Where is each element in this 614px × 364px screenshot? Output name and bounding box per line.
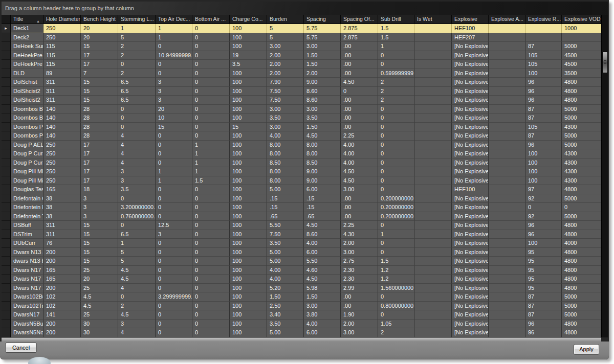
cell-spacing[interactable]: 8.60 xyxy=(304,87,341,96)
column-header-title[interactable]: Title▲ xyxy=(11,15,43,24)
cell-charge_co[interactable]: 3.5 xyxy=(230,60,267,69)
cell-spacing[interactable]: 2.00 xyxy=(304,69,341,78)
cell-title[interactable]: Doug P AEL xyxy=(11,141,43,150)
column-header-bottom_air[interactable]: Bottom Air ... xyxy=(192,15,230,24)
cell-spacing[interactable]: 1.50 xyxy=(304,60,341,69)
group-by-panel[interactable]: Drag a column header here to group by th… xyxy=(2,2,608,15)
cell-title[interactable]: Driefontain Cut xyxy=(11,194,43,203)
cell-explosive[interactable]: [No Explosives] xyxy=(452,203,489,212)
column-header-sub_drill[interactable]: Sub Drill xyxy=(378,15,414,24)
column-header-is_wet[interactable]: Is Wet xyxy=(414,15,452,24)
cell-burden[interactable]: 3.40 xyxy=(267,310,304,320)
row-indicator[interactable] xyxy=(2,328,11,337)
cell-bottom_air[interactable]: 0 xyxy=(192,310,230,320)
cell-bottom_air[interactable]: 0 xyxy=(192,33,230,42)
cell-spacing_of[interactable]: 3.00 xyxy=(341,248,378,257)
row-indicator[interactable] xyxy=(2,320,11,329)
cell-title[interactable]: DeHoekPre xyxy=(11,51,43,60)
cell-explosive_vod[interactable]: 4800 xyxy=(562,275,601,284)
cell-sub_drill[interactable]: 0 xyxy=(378,292,414,302)
cell-title[interactable]: DLD xyxy=(11,69,43,78)
cell-stemming_length[interactable]: 0 xyxy=(118,60,156,69)
cell-title[interactable]: Doug Pill Mid xyxy=(11,176,43,186)
column-header-stemming_length[interactable]: Stemming L... xyxy=(118,15,156,24)
cell-explosive_a[interactable] xyxy=(489,167,525,176)
cell-bench_height[interactable]: 3 xyxy=(81,194,118,203)
cell-hole_diameter[interactable]: 140 xyxy=(43,123,81,132)
cell-stemming_length[interactable]: 0 xyxy=(118,221,156,230)
cell-explosive_r[interactable]: 96 xyxy=(525,230,562,239)
cell-top_air_deck[interactable]: 3 xyxy=(156,87,192,96)
cell-top_air_deck[interactable]: 0 xyxy=(156,203,192,212)
cell-explosive_r[interactable]: 105 xyxy=(525,123,562,132)
cell-explosive_a[interactable] xyxy=(489,257,525,266)
cell-is_wet[interactable] xyxy=(414,131,452,141)
cell-spacing_of[interactable]: 4.50 xyxy=(341,176,378,186)
cell-is_wet[interactable] xyxy=(414,292,452,302)
cell-spacing[interactable]: 6.00 xyxy=(304,328,341,337)
cell-is_wet[interactable] xyxy=(414,257,452,266)
cell-spacing_of[interactable]: 4.00 xyxy=(341,158,378,168)
cell-spacing[interactable]: 3.00 xyxy=(304,302,341,311)
cell-explosive_r[interactable]: 95 xyxy=(525,248,562,257)
cell-spacing[interactable]: 8.50 xyxy=(304,158,341,168)
cell-explosive_a[interactable] xyxy=(489,105,525,114)
cell-sub_drill[interactable]: 1.5 xyxy=(378,257,414,266)
cell-bottom_air[interactable]: 0 xyxy=(192,194,230,203)
cell-is_wet[interactable] xyxy=(414,51,452,60)
cell-spacing[interactable]: 1.50 xyxy=(304,51,341,60)
row-indicator[interactable] xyxy=(2,96,11,105)
cell-hole_diameter[interactable]: 115 xyxy=(43,51,81,60)
cell-sub_drill[interactable]: 1 xyxy=(378,42,414,51)
cell-charge_co[interactable]: 100 xyxy=(230,266,267,275)
cell-sub_drill[interactable]: 1.05 xyxy=(378,320,414,329)
cell-spacing[interactable]: 5.75 xyxy=(304,33,341,42)
horizontal-scrollbar[interactable] xyxy=(2,337,601,342)
cell-stemming_length[interactable]: 4 xyxy=(118,131,156,141)
cell-stemming_length[interactable]: 1 xyxy=(118,24,156,33)
cell-charge_co[interactable]: 100 xyxy=(230,328,267,337)
cell-explosive_a[interactable] xyxy=(489,158,525,168)
cell-bottom_air[interactable]: 0 xyxy=(192,257,230,266)
cell-charge_co[interactable]: 100 xyxy=(230,105,267,114)
cell-sub_drill[interactable]: 0 xyxy=(378,248,414,257)
cell-explosive[interactable]: [No Explosives] xyxy=(452,320,489,329)
cell-title[interactable]: DolSchist xyxy=(11,78,43,87)
row-indicator[interactable] xyxy=(2,176,11,186)
cell-explosive_a[interactable] xyxy=(489,141,525,150)
cell-spacing[interactable]: 8.00 xyxy=(304,149,341,158)
cell-burden[interactable]: 8.00 xyxy=(267,167,304,176)
cell-is_wet[interactable] xyxy=(414,248,452,257)
cell-burden[interactable]: 3.50 xyxy=(267,320,304,329)
cell-spacing_of[interactable]: .00 xyxy=(341,113,378,123)
cell-is_wet[interactable] xyxy=(414,69,452,78)
cell-explosive_a[interactable] xyxy=(489,60,525,69)
cell-sub_drill[interactable]: 0 xyxy=(378,105,414,114)
cell-spacing_of[interactable]: 2.00 xyxy=(341,320,378,329)
cell-explosive_a[interactable] xyxy=(489,176,525,186)
cell-explosive_a[interactable] xyxy=(489,239,525,248)
cell-top_air_deck[interactable]: 0 xyxy=(156,284,192,293)
cell-bottom_air[interactable]: 0 xyxy=(192,266,230,275)
cell-bench_height[interactable]: 20 xyxy=(81,33,118,42)
cell-spacing[interactable]: 3.50 xyxy=(304,113,341,123)
cell-burden[interactable]: .65 xyxy=(267,212,304,221)
cell-spacing[interactable]: 4.50 xyxy=(304,221,341,230)
cell-spacing_of[interactable]: 2.30 xyxy=(341,266,378,275)
cell-spacing_of[interactable]: .00 xyxy=(341,123,378,132)
cell-title[interactable]: DwarsN5Normal xyxy=(11,328,43,337)
cell-explosive[interactable]: HEF100 xyxy=(452,24,489,33)
row-indicator[interactable] xyxy=(2,158,11,168)
cell-is_wet[interactable] xyxy=(414,141,452,150)
row-indicator[interactable] xyxy=(2,284,11,293)
cell-spacing_of[interactable]: .00 xyxy=(341,96,378,105)
cell-bench_height[interactable]: 3 xyxy=(81,203,118,212)
cell-bottom_air[interactable]: 1 xyxy=(192,167,230,176)
cell-bench_height[interactable]: 4.5 xyxy=(81,302,118,311)
cell-title[interactable]: Doug Pill Mid xyxy=(11,167,43,176)
cell-bottom_air[interactable]: 0 xyxy=(192,51,230,60)
cell-charge_co[interactable]: 100 xyxy=(230,194,267,203)
cell-explosive_a[interactable] xyxy=(489,212,525,221)
cell-spacing_of[interactable]: 2.875 xyxy=(341,33,378,42)
row-indicator[interactable] xyxy=(2,239,11,248)
